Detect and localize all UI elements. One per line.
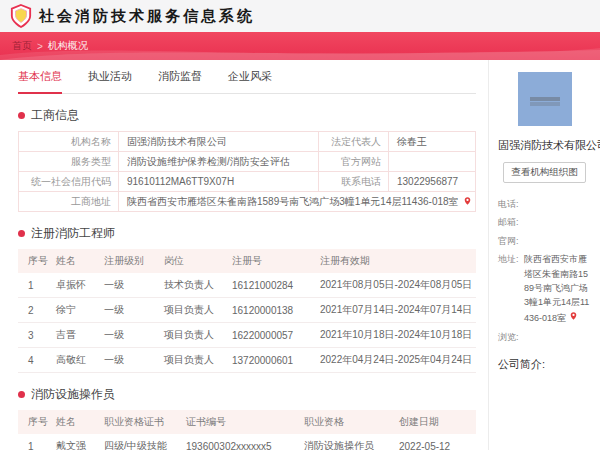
table-cell: 项目负责人	[160, 323, 228, 348]
logo-placeholder-text	[530, 97, 560, 101]
tab-basic-info[interactable]: 基本信息	[18, 69, 62, 94]
tab-practice-activity[interactable]: 执业活动	[88, 69, 132, 93]
table-row: 2徐宁一级项目负责人161200001382021年07月14日-2024年07…	[18, 298, 476, 323]
table-row: 服务类型 消防设施维护保养检测/消防安全评估 官方网站	[19, 152, 476, 172]
business-address-cell: 陕西省西安市雁塔区朱雀南路1589号南飞鸿广场3幢1单元14层11436-018…	[119, 192, 476, 212]
table-row: 4高敬红一级项目负责人137200006012022年04月24日-2025年0…	[18, 348, 476, 373]
sidebar-company-name: 固强消防技术有限公司	[498, 138, 591, 153]
map-pin-icon[interactable]	[463, 195, 472, 209]
breadcrumb-band: 首页 > 机构概况	[0, 32, 600, 60]
table-cell: 4	[18, 348, 52, 373]
section-title-business-info: 工商信息	[18, 107, 476, 124]
table-cell: 戴文强	[52, 434, 100, 450]
business-info-table: 机构名称 固强消防技术有限公司 法定代表人 徐春王 服务类型 消防设施维护保养检…	[18, 131, 476, 212]
breadcrumb: 首页 > 机构概况	[12, 32, 88, 60]
breadcrumb-separator: >	[37, 41, 43, 52]
company-profile-title: 公司简介:	[498, 357, 591, 372]
table-row: 统一社会信用代码 91610112MA6TT9X07H 联系电话 1302295…	[19, 172, 476, 192]
section-title-engineers: 注册消防工程师	[18, 225, 476, 242]
table-cell: 16121000284	[228, 273, 316, 298]
table-row: 1卓振怀一级技术负责人161210002842021年08月05日-2024年0…	[18, 273, 476, 298]
tab-bar: 基本信息 执业活动 消防监督 企业风采	[18, 60, 476, 94]
band-wave-decoration	[0, 32, 600, 60]
engineers-table: 序号 姓名 注册级别 岗位 注册号 注册有效期 1卓振怀一级技术负责人16121…	[18, 249, 476, 373]
section-dot-icon	[18, 230, 25, 237]
table-cell: 一级	[100, 273, 160, 298]
table-row: 机构名称 固强消防技术有限公司 法定代表人 徐春王	[19, 132, 476, 152]
table-row: 工商地址 陕西省西安市雁塔区朱雀南路1589号南飞鸿广场3幢1单元14层1143…	[19, 192, 476, 212]
view-org-chart-button[interactable]: 查看机构组织图	[503, 162, 586, 183]
table-cell: 13720000601	[228, 348, 316, 373]
table-cell: 技术负责人	[160, 273, 228, 298]
table-cell: 2021年10月18日-2024年10月18日	[316, 323, 476, 348]
section-dot-icon	[18, 391, 25, 398]
table-cell: 2022-05-12	[395, 434, 476, 450]
table-cell: 四级/中级技能	[100, 434, 182, 450]
table-cell: 一级	[100, 323, 160, 348]
table-cell: 193600302xxxxxx5	[182, 434, 300, 450]
sidebar: 固强消防技术有限公司 查看机构组织图 电话: 邮箱: 官网: 地址: 陕西省西安…	[488, 60, 600, 450]
app-header: 社会消防技术服务信息系统	[0, 0, 600, 32]
section-dot-icon	[18, 112, 25, 119]
table-row: 1戴文强四级/中级技能193600302xxxxxx5消防设施操作员2022-0…	[18, 434, 476, 450]
section-title-operators: 消防设施操作员	[18, 386, 476, 403]
table-cell: 16220000057	[228, 323, 316, 348]
table-cell: 16120000138	[228, 298, 316, 323]
table-cell: 2021年08月05日-2024年08月05日	[316, 273, 476, 298]
breadcrumb-current: 机构概况	[48, 39, 88, 53]
table-cell: 高敬红	[52, 348, 100, 373]
table-cell: 卓振怀	[52, 273, 100, 298]
operators-table: 序号 姓名 职业资格证书 证书编号 职业资格 创建日期 1戴文强四级/中级技能1…	[18, 410, 476, 450]
table-cell: 1	[18, 434, 52, 450]
table-cell: 1	[18, 273, 52, 298]
table-cell: 徐宁	[52, 298, 100, 323]
sidebar-contact-fields: 电话: 邮箱: 官网: 地址: 陕西省西安市雁塔区朱雀南路1589号南飞鸿广场3…	[498, 197, 591, 345]
table-cell: 2022年04月24日-2025年04月24日	[316, 348, 476, 373]
field-address: 地址: 陕西省西安市雁塔区朱雀南路1589号南飞鸿广场3幢1单元14层11436…	[498, 252, 591, 326]
table-header-row: 序号 姓名 注册级别 岗位 注册号 注册有效期	[18, 249, 476, 273]
table-cell: 2	[18, 298, 52, 323]
page-title: 社会消防技术服务信息系统	[39, 7, 255, 26]
table-cell: 项目负责人	[160, 348, 228, 373]
field-views: 浏览:	[498, 330, 591, 344]
tab-fire-supervision[interactable]: 消防监督	[158, 69, 202, 93]
table-cell: 一级	[100, 348, 160, 373]
table-cell: 吉晋	[52, 323, 100, 348]
company-logo-image	[518, 72, 572, 126]
table-cell: 2021年07月14日-2024年07月14日	[316, 298, 476, 323]
table-row: 3吉晋一级项目负责人162200000572021年10月18日-2024年10…	[18, 323, 476, 348]
table-cell: 消防设施操作员	[300, 434, 395, 450]
breadcrumb-home-link[interactable]: 首页	[12, 39, 32, 53]
table-header-row: 序号 姓名 职业资格证书 证书编号 职业资格 创建日期	[18, 410, 476, 434]
field-website: 官网:	[498, 234, 591, 248]
table-cell: 项目负责人	[160, 298, 228, 323]
table-cell: 3	[18, 323, 52, 348]
field-phone: 电话:	[498, 197, 591, 211]
app-logo-shield-icon	[10, 4, 32, 28]
tab-company-showcase[interactable]: 企业风采	[228, 69, 272, 93]
table-cell: 一级	[100, 298, 160, 323]
map-pin-icon[interactable]	[569, 310, 578, 326]
main-panel: 基本信息 执业活动 消防监督 企业风采 工商信息 机构名称 固强消防技术有限公司…	[0, 60, 488, 450]
field-email: 邮箱:	[498, 215, 591, 229]
